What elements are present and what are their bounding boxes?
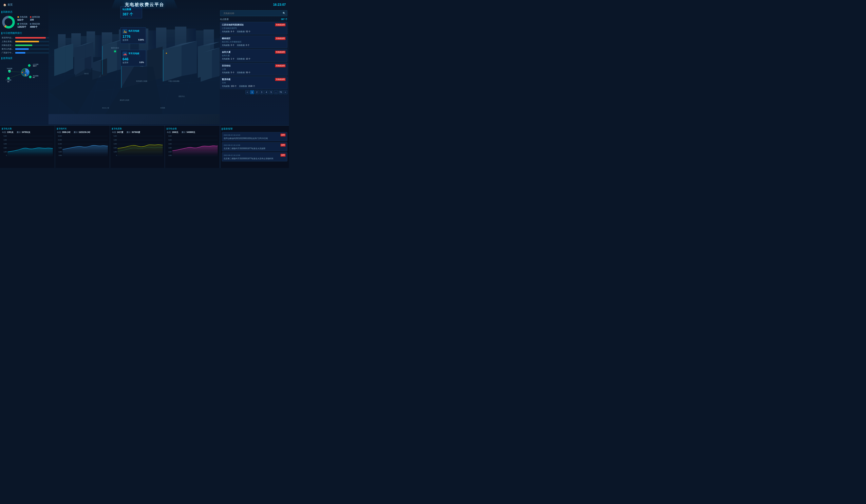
bottom-right-panel: 最新报警 2022-08-22 16:12:23 故障 花坪山铁仙约202102… (220, 125, 289, 168)
rank-item-4: 黄河口内都... (2, 48, 49, 51)
search-icon[interactable]: 🔍 (282, 12, 286, 15)
news-badge-2: 故障 (280, 144, 286, 147)
value-idle: 12025个 (18, 25, 27, 29)
total-value-4: 543889元 (187, 131, 195, 133)
badge-1: 充电桩故障 (275, 23, 286, 26)
svg-text:6,000: 6,000 (168, 135, 171, 137)
rank-bar-bg-2 (15, 41, 49, 42)
station-search: 🔍 (220, 10, 287, 16)
rank-bar-2 (15, 41, 39, 42)
page-title: 充电桩收费云平台 (125, 2, 164, 8)
rank-list: 淮安阿约拉... 上海众龙地... 河南信息安... (2, 36, 49, 54)
page-2[interactable]: 2 (255, 90, 259, 94)
ev-icon: 🛵 (122, 29, 127, 34)
today-value-4: 1868元 (172, 131, 178, 133)
svg-marker-44 (163, 44, 182, 82)
charging-status-title: 回路状态 (2, 10, 49, 14)
badge-5: 充电桩故障 (275, 78, 286, 81)
station-card-4[interactable]: 安安饮站 充电桩故障 上清 充电桩数: 5 个 回路数量: 50 个 (220, 63, 287, 75)
chart-section-1: 充电次数 今日: 1391次 累计: 347952次 5,000 4,000 (0, 126, 55, 168)
news-time-3: 2022-08-22 16:12:08 (224, 154, 240, 156)
svg-point-90 (29, 76, 32, 78)
svg-text:361个: 361个 (33, 65, 37, 67)
page-78[interactable]: 78 (279, 90, 282, 94)
svg-text:3,000: 3,000 (3, 143, 7, 145)
station-stats-1: 充电桩数: 6 个 回路数量: 52 个 (222, 30, 286, 33)
total-value-3: 367960度 (132, 131, 140, 133)
status-item-charging: 充电回路 603个 (18, 15, 27, 22)
svg-text:9,000: 9,000 (58, 147, 62, 149)
news-item-2[interactable]: 2022-08-22 16:12:08 故障 北京第二保险约于202000018… (222, 142, 287, 151)
svg-text:学校园圈: 学校园圈 (7, 68, 12, 69)
svg-text:5,000: 5,000 (114, 135, 117, 137)
svg-text:恩恩天比: 恩恩天比 (178, 96, 185, 97)
app-container: 🏠 首页 充电桩收费云平台 16:23:07 (0, 0, 289, 168)
svg-text:30回路: 30回路 (160, 107, 165, 109)
scene-usage-section: 使用场景 (2, 57, 49, 83)
station-card-1[interactable]: 江苏实地研究院测试站 充电桩故障 江苏省南京路9号 充电桩数: 6 个 回路数量… (220, 22, 287, 34)
map-area[interactable]: 规范专卖店 乐想 双庆都市小花园 中国人身份保险 清白区 恩恩天比 腐蚀草台纸阔… (48, 0, 220, 124)
svg-point-88 (28, 64, 31, 67)
popup-stations-value: 387 个 (122, 12, 140, 16)
rank-label-1: 淮安阿约拉... (2, 36, 14, 39)
chart-title-4: 充电金额 (167, 127, 218, 130)
station-card-2[interactable]: 榭林校区 充电桩故障 南京理工大学榭林校区 充电桩数: 0 个 回路数量: 0 … (220, 36, 287, 48)
popup-ev-rate: 使用率0.94% (122, 39, 144, 42)
page-4[interactable]: 4 (264, 90, 268, 94)
svg-text:规范专卖店: 规范专卖店 (111, 47, 119, 49)
svg-marker-55 (201, 49, 212, 82)
svg-text:2,000: 2,000 (168, 151, 171, 153)
page-next[interactable]: > (284, 90, 287, 94)
rank-bar-3 (15, 45, 32, 46)
page-5[interactable]: 5 (269, 90, 273, 94)
station-search-input[interactable] (222, 11, 282, 15)
svg-text:5,000: 5,000 (3, 135, 7, 137)
svg-text:6,000: 6,000 (58, 151, 62, 153)
svg-text:6个: 6个 (33, 77, 35, 78)
svg-text:4,000: 4,000 (114, 139, 117, 141)
station-total-label: 站点数量 (220, 18, 229, 21)
popup-car: 🚗 车车充电桩 646 使用率0.8% (120, 50, 146, 66)
station-name-1: 江苏实地研究院测试站 (222, 23, 244, 26)
svg-text:清白区: 清白区 (84, 73, 89, 75)
badge-3: 充电桩故障 (275, 51, 286, 54)
dot-charging (18, 16, 19, 18)
svg-text:社区园圈: 社区园圈 (33, 64, 38, 65)
rank-item-1: 淮安阿约拉... (2, 36, 49, 39)
chart-svg-2: 18,000 15,000 12,000 9,000 6,000 3,000 0… (57, 135, 108, 156)
svg-text:5个: 5个 (8, 81, 10, 82)
station-sub-1: 江苏省南京路9号 (222, 27, 286, 30)
value-charging: 603个 (18, 19, 27, 22)
page-ellipsis: ... (274, 90, 278, 94)
chart-stats-3: 今日: 1417度 累计: 367960度 (112, 131, 163, 134)
page-1[interactable]: 1 (250, 90, 254, 94)
svg-text:18,000: 18,000 (58, 135, 62, 137)
label-fault: 故障回路 (32, 15, 40, 19)
svg-text:5,000: 5,000 (168, 139, 171, 141)
today-value-3: 1417度 (117, 131, 123, 133)
svg-text:10个: 10个 (8, 69, 11, 71)
rank-bar-4 (15, 48, 29, 50)
page-prev[interactable]: < (245, 90, 249, 94)
svg-point-101 (27, 72, 28, 74)
mini-chart-3: 5,000 4,000 3,000 2,000 1,000 0 (112, 135, 163, 156)
svg-rect-60 (102, 46, 103, 75)
header-left[interactable]: 🏠 首页 (3, 3, 13, 7)
page-3[interactable]: 3 (260, 90, 264, 94)
station-card-5[interactable]: 繁茂华庭 充电桩故障 万州 充电桩数: 153 个 回路数量: 1530 个 (220, 77, 287, 89)
news-badge-3: 故障 (280, 154, 286, 157)
chart-stats-1: 今日: 1391次 累计: 347952次 (2, 131, 53, 134)
news-item-1[interactable]: 2022-08-22 16:12:23 故障 花坪山铁仙约20210220001… (222, 132, 287, 141)
status-grid: 充电回路 603个 故障回路 100 空闲回 (18, 15, 40, 29)
rank-bar-bg-4 (15, 48, 49, 50)
rank-label-4: 黄河口内都... (2, 48, 14, 51)
svg-point-67 (166, 53, 167, 54)
station-card-3[interactable]: 金利大厦 充电桩故障 金利大厦 充电桩数: 1 个 回路数量: 10 个 (220, 49, 287, 62)
svg-text:3,000: 3,000 (114, 143, 117, 145)
usage-ranking-title: 今日使用频率排行 (2, 32, 49, 35)
news-item-3[interactable]: 2022-08-22 16:12:08 故障 北京第二保险约于202000018… (222, 152, 287, 161)
popup-car-rate: 使用率0.8% (122, 61, 144, 64)
scene-usage-title: 使用场景 (2, 57, 49, 60)
station-name-5: 繁茂华庭 (222, 78, 231, 81)
station-sub-4: 上清 (222, 68, 286, 71)
